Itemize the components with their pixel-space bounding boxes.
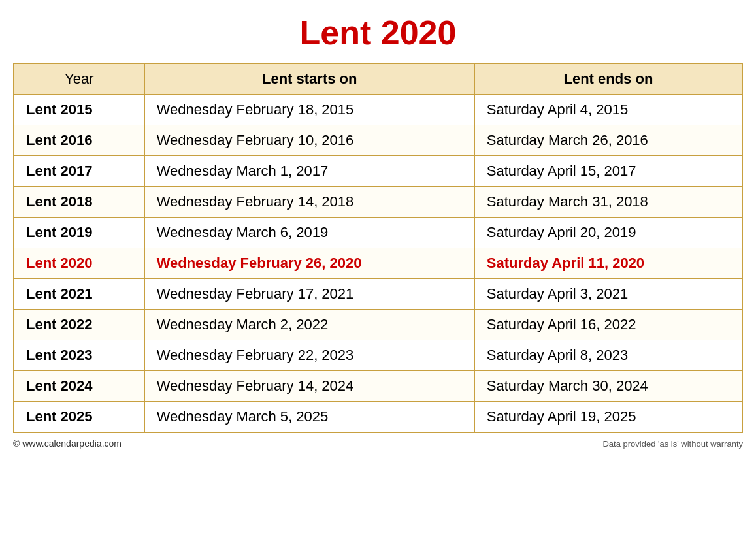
cell-ends: Saturday April 16, 2022 [474,310,742,340]
footer-left: © www.calendarpedia.com [13,438,122,449]
table-row: Lent 2015Wednesday February 18, 2015Satu… [14,95,742,125]
cell-ends: Saturday April 20, 2019 [474,218,742,248]
cell-year: Lent 2020 [14,248,144,279]
cell-year: Lent 2024 [14,371,144,402]
cell-year: Lent 2018 [14,187,144,218]
cell-starts: Wednesday March 1, 2017 [144,156,474,187]
cell-ends: Saturday March 26, 2016 [474,125,742,156]
table-row: Lent 2023Wednesday February 22, 2023Satu… [14,340,742,371]
table-row: Lent 2016Wednesday February 10, 2016Satu… [14,125,742,156]
col-header-year: Year [14,63,144,95]
lent-table: Year Lent starts on Lent ends on Lent 20… [13,63,743,433]
table-header-row: Year Lent starts on Lent ends on [14,63,742,95]
page-title: Lent 2020 [13,7,743,63]
cell-year: Lent 2025 [14,402,144,433]
cell-ends: Saturday April 15, 2017 [474,156,742,187]
table-row: Lent 2017Wednesday March 1, 2017Saturday… [14,156,742,187]
cell-year: Lent 2019 [14,218,144,248]
cell-starts: Wednesday March 2, 2022 [144,310,474,340]
cell-starts: Wednesday February 14, 2018 [144,187,474,218]
cell-starts: Wednesday February 26, 2020 [144,248,474,279]
table-row: Lent 2018Wednesday February 14, 2018Satu… [14,187,742,218]
footer-copyright-prefix: © www.calendar [13,438,79,449]
footer-right: Data provided 'as is' without warranty [602,439,743,449]
cell-ends: Saturday April 3, 2021 [474,279,742,310]
table-row: Lent 2025Wednesday March 5, 2025Saturday… [14,402,742,433]
cell-starts: Wednesday March 6, 2019 [144,218,474,248]
table-row: Lent 2022Wednesday March 2, 2022Saturday… [14,310,742,340]
table-row: Lent 2020Wednesday February 26, 2020Satu… [14,248,742,279]
col-header-ends: Lent ends on [474,63,742,95]
cell-starts: Wednesday February 22, 2023 [144,340,474,371]
cell-ends: Saturday March 30, 2024 [474,371,742,402]
cell-year: Lent 2015 [14,95,144,125]
cell-starts: Wednesday February 17, 2021 [144,279,474,310]
cell-year: Lent 2017 [14,156,144,187]
cell-year: Lent 2021 [14,279,144,310]
cell-starts: Wednesday February 18, 2015 [144,95,474,125]
table-row: Lent 2019Wednesday March 6, 2019Saturday… [14,218,742,248]
cell-ends: Saturday April 19, 2025 [474,402,742,433]
footer-copyright-italic: pedia [79,438,101,449]
cell-starts: Wednesday February 14, 2024 [144,371,474,402]
footer-copyright-suffix: .com [102,438,122,449]
cell-year: Lent 2023 [14,340,144,371]
table-row: Lent 2021Wednesday February 17, 2021Satu… [14,279,742,310]
cell-year: Lent 2022 [14,310,144,340]
table-row: Lent 2024Wednesday February 14, 2024Satu… [14,371,742,402]
cell-starts: Wednesday March 5, 2025 [144,402,474,433]
cell-ends: Saturday April 4, 2015 [474,95,742,125]
cell-ends: Saturday March 31, 2018 [474,187,742,218]
cell-starts: Wednesday February 10, 2016 [144,125,474,156]
cell-year: Lent 2016 [14,125,144,156]
footer: © www.calendarpedia.com Data provided 'a… [13,438,743,449]
col-header-starts: Lent starts on [144,63,474,95]
cell-ends: Saturday April 8, 2023 [474,340,742,371]
cell-ends: Saturday April 11, 2020 [474,248,742,279]
